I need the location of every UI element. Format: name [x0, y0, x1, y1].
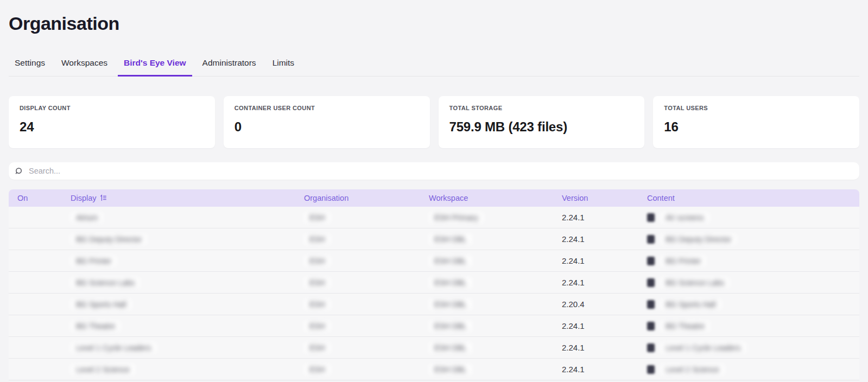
column-header-version[interactable]: Version [562, 194, 647, 202]
display-name-redacted: Level 1 Cycle Leaders [71, 342, 157, 353]
tab-birds-eye-view[interactable]: Bird's Eye View [118, 54, 192, 77]
organisation-cell: ESH [304, 342, 429, 353]
content-cell: BG Science Labs [647, 277, 851, 288]
version-cell: 2.24.1 [562, 213, 647, 222]
organisation-cell: ESH [304, 277, 429, 288]
workspace-cell: ESH DBL [429, 277, 562, 288]
version-cell: 2.24.1 [562, 365, 647, 374]
status-cell [17, 321, 71, 331]
version-cell: 2.20.4 [562, 300, 647, 309]
workspace-redacted: ESH Primary [429, 212, 484, 223]
version-value: 2.24.1 [562, 343, 585, 352]
content-thumbnail-icon [647, 343, 655, 352]
column-header-content[interactable]: Content [647, 194, 851, 202]
display-cell: BG Sports Hall [71, 299, 304, 310]
organisation-redacted: ESH [304, 212, 331, 223]
version-value: 2.24.1 [562, 234, 585, 244]
version-value: 2.24.1 [562, 365, 585, 374]
display-name-redacted: BG Sports Hall [71, 299, 132, 310]
version-cell: 2.24.1 [562, 278, 647, 288]
workspace-redacted: ESH DBL [429, 342, 472, 353]
stat-card-display-count: DISPLAY COUNT 24 [9, 96, 215, 148]
tab-workspaces[interactable]: Workspaces [55, 54, 113, 77]
tab-administrators[interactable]: Administrators [197, 54, 262, 77]
search-bar[interactable] [9, 162, 859, 180]
search-input[interactable] [29, 167, 853, 175]
organisation-redacted: ESH [304, 364, 331, 375]
workspace-cell: ESH Primary [429, 212, 562, 223]
status-cell [17, 234, 71, 244]
magnifier-icon [15, 167, 23, 175]
content-cell: AV screens [647, 212, 851, 223]
display-cell: Level 2 Science [71, 364, 304, 375]
table-row[interactable]: BG Printer ESH ESH DBL 2.24.1 BG Printer [9, 250, 859, 272]
table-row[interactable]: BG Science Labs ESH ESH DBL 2.24.1 BG Sc… [9, 272, 859, 294]
table-header-row: On Display Organisation Workspace Versio… [9, 189, 859, 207]
content-name-redacted: BG Theatre [660, 321, 710, 332]
content-name-redacted: Level 2 Science [660, 364, 725, 375]
workspace-redacted: ESH DBL [429, 364, 472, 375]
organisation-cell: ESH [304, 299, 429, 310]
content-thumbnail-icon [647, 213, 655, 222]
organisation-redacted: ESH [304, 277, 331, 288]
stat-value: 759.9 MB (423 files) [449, 119, 634, 135]
organisation-page: Organisation Settings Workspaces Bird's … [0, 0, 868, 380]
content-name-redacted: BG Sports Hall [660, 299, 721, 310]
status-cell [17, 278, 71, 288]
table-row[interactable]: BG Theatre ESH ESH DBL 2.24.1 BG Theatre [9, 315, 859, 337]
table-row[interactable]: Level 2 Science ESH ESH DBL 2.24.1 Level… [9, 359, 859, 380]
column-header-display-label: Display [71, 194, 97, 202]
display-name-redacted: BG Printer [71, 256, 117, 266]
display-cell: Atrium [71, 212, 304, 223]
display-cell: BG Deputy Director [71, 234, 304, 245]
column-header-display[interactable]: Display [71, 194, 304, 202]
content-name-redacted: AV screens [660, 212, 709, 223]
status-cell [17, 365, 71, 374]
column-header-organisation[interactable]: Organisation [304, 194, 429, 202]
version-value: 2.24.1 [562, 213, 585, 222]
status-cell [17, 213, 71, 222]
organisation-redacted: ESH [304, 299, 331, 310]
table-row[interactable]: BG Deputy Director ESH ESH DBL 2.24.1 BG… [9, 228, 859, 250]
column-header-on[interactable]: On [17, 194, 71, 202]
status-cell [17, 256, 71, 266]
table-row[interactable]: BG Sports Hall ESH ESH DBL 2.20.4 BG Spo… [9, 294, 859, 315]
content-name-redacted: BG Science Labs [660, 277, 730, 288]
workspace-redacted: ESH DBL [429, 299, 472, 310]
workspace-redacted: ESH DBL [429, 256, 472, 266]
display-name-redacted: BG Theatre [71, 321, 121, 332]
workspace-redacted: ESH DBL [429, 234, 472, 245]
stat-label: DISPLAY COUNT [20, 105, 204, 111]
stat-value: 16 [664, 119, 848, 135]
tab-settings[interactable]: Settings [9, 54, 51, 77]
display-cell: BG Science Labs [71, 277, 304, 288]
organisation-redacted: ESH [304, 234, 331, 245]
content-cell: BG Theatre [647, 321, 851, 332]
workspace-cell: ESH DBL [429, 256, 562, 266]
organisation-redacted: ESH [304, 321, 331, 332]
version-value: 2.24.1 [562, 321, 585, 330]
tab-bar: Settings Workspaces Bird's Eye View Admi… [9, 54, 859, 77]
content-thumbnail-icon [647, 235, 655, 244]
stat-label: CONTAINER USER COUNT [235, 105, 419, 111]
stat-label: TOTAL STORAGE [449, 105, 634, 111]
content-thumbnail-icon [647, 322, 655, 330]
stat-card-total-storage: TOTAL STORAGE 759.9 MB (423 files) [439, 96, 645, 148]
display-name-redacted: Level 2 Science [71, 364, 135, 375]
workspace-cell: ESH DBL [429, 364, 562, 375]
column-header-workspace[interactable]: Workspace [429, 194, 562, 202]
version-cell: 2.24.1 [562, 343, 647, 353]
version-cell: 2.24.1 [562, 321, 647, 331]
workspace-redacted: ESH DBL [429, 277, 472, 288]
content-cell: Level 2 Science [647, 364, 851, 375]
stat-label: TOTAL USERS [664, 105, 848, 111]
version-value: 2.20.4 [562, 300, 585, 309]
tab-limits[interactable]: Limits [267, 54, 300, 77]
table-row[interactable]: Atrium ESH ESH Primary 2.24.1 AV screens [9, 207, 859, 228]
content-name-redacted: Level 1 Cycle Leaders [660, 342, 746, 353]
workspace-cell: ESH DBL [429, 234, 562, 245]
workspace-cell: ESH DBL [429, 342, 562, 353]
content-cell: BG Printer [647, 256, 851, 266]
table-row[interactable]: Level 1 Cycle Leaders ESH ESH DBL 2.24.1… [9, 337, 859, 359]
version-value: 2.24.1 [562, 278, 585, 287]
